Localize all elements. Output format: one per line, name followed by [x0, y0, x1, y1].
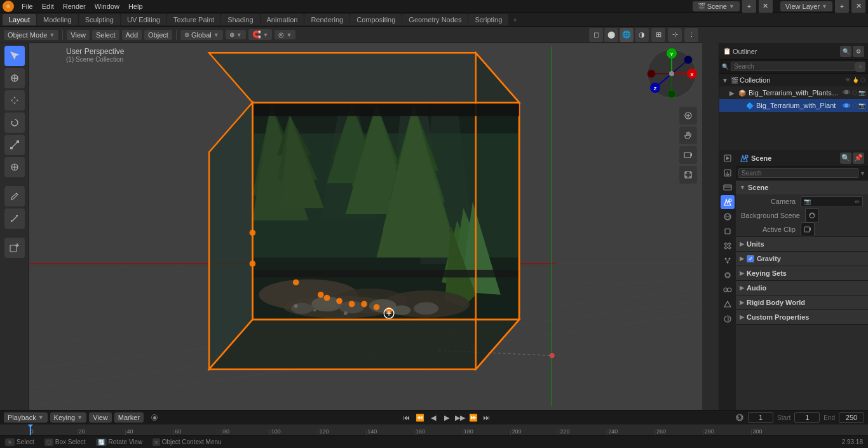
play-forward-fast-btn[interactable]: ▶▶ — [454, 412, 466, 423]
props-filter-btn[interactable]: ▼ — [860, 170, 865, 177]
context-icon[interactable]: ≡ — [153, 438, 159, 446]
options-btn[interactable]: ⋮ — [684, 28, 698, 42]
end-frame-input[interactable]: 250 — [839, 412, 864, 423]
material-mode-btn[interactable]: ◑ — [635, 28, 649, 42]
marker-menu-btn[interactable]: Marker — [114, 412, 144, 423]
tab-uv-editing[interactable]: UV Editing — [121, 14, 166, 25]
outliner-item-terrarium-child[interactable]: 🔷 Big_Terrarium_with_Plant ⬡ 📷 — [719, 99, 868, 112]
props-search-input[interactable] — [738, 168, 858, 178]
vis-eye-icon[interactable] — [842, 101, 851, 110]
audio-header[interactable]: ▶ Audio — [736, 281, 868, 295]
menu-file[interactable]: File — [18, 1, 37, 11]
pivot-selector[interactable]: ⊛ ▼ — [226, 30, 246, 39]
gravity-checkbox[interactable]: ✓ — [747, 255, 754, 262]
timeline-dot-btn[interactable] — [151, 414, 158, 421]
gravity-header[interactable]: ▶ ✓ Gravity — [736, 252, 868, 266]
playback-menu-btn[interactable]: Playback ▼ — [4, 412, 48, 423]
camera-edit-icon[interactable]: ✏ — [855, 198, 860, 205]
scene-section-header[interactable]: ▼ Scene — [736, 180, 868, 194]
menu-window[interactable]: Window — [91, 1, 123, 11]
cursor-tool[interactable] — [4, 68, 25, 88]
camera-value[interactable]: 📷 ✏ — [801, 196, 863, 207]
loop-icon-area[interactable] — [735, 413, 744, 422]
prop-physics-btn[interactable] — [721, 268, 735, 282]
outliner-filter-btn[interactable]: 🔍 — [840, 46, 851, 57]
scene-selector[interactable]: 🎬 Scene ▼ — [693, 1, 740, 11]
tab-scripting[interactable]: Scripting — [468, 14, 508, 25]
gizmo-toggle-btn[interactable]: ⊹ — [668, 28, 682, 42]
play-btn[interactable]: ▶ — [441, 412, 452, 423]
rendered-mode-btn[interactable]: 🌐 — [620, 28, 634, 42]
rotate-icon[interactable]: 🔃 — [96, 438, 107, 446]
camera-view-btn[interactable] — [679, 146, 697, 164]
outliner-item-terrarium-parent[interactable]: ▶ 📦 Big_Terrarium_with_Plants_ar ⬡ 📷 — [719, 86, 868, 99]
keying-menu-btn[interactable]: Keying ▼ — [50, 412, 87, 423]
jump-end-btn[interactable]: ⏭ — [481, 412, 492, 423]
object-mode-selector[interactable]: Object Mode ▼ — [4, 30, 58, 40]
measure-tool[interactable] — [4, 208, 25, 229]
background-scene-selector[interactable] — [805, 208, 819, 222]
transform-selector[interactable]: ⊕ Global ▼ — [180, 30, 223, 40]
tab-add-btn[interactable]: + — [509, 14, 520, 25]
tab-rendering[interactable]: Rendering — [304, 14, 349, 25]
props-pin-btn[interactable]: 📌 — [853, 153, 864, 164]
render-icon-child[interactable]: 📷 — [858, 102, 865, 109]
outliner-icon[interactable]: 📋 — [723, 48, 731, 55]
viewport-3d[interactable]: User Perspective (1) Scene Collection X … — [29, 43, 702, 410]
tab-sculpting[interactable]: Sculpting — [79, 14, 120, 25]
prop-modifier-btn[interactable] — [721, 239, 735, 253]
next-keyframe-btn[interactable]: ⏩ — [468, 412, 479, 423]
outliner-search-input[interactable] — [731, 62, 855, 71]
tab-shading[interactable]: Shading — [221, 14, 259, 25]
current-frame-input[interactable]: 1 — [748, 412, 773, 423]
annotate-tool[interactable] — [4, 186, 25, 207]
prop-output-btn[interactable] — [721, 166, 735, 180]
play-backward-btn[interactable]: ◀ — [428, 412, 439, 423]
object-menu-btn[interactable]: Object — [144, 30, 172, 40]
tab-animation[interactable]: Animation — [261, 14, 304, 25]
timeline-ruler[interactable]: 0 20 40 60 80 100 120 140 160 180 200 22… — [0, 424, 868, 436]
outliner-sel-icon[interactable]: ⬡ — [852, 90, 857, 96]
keying-sets-header[interactable]: ▶ Keying Sets — [736, 266, 868, 280]
proportional-edit-toggle[interactable]: ◎ ▼ — [275, 30, 295, 39]
tab-layout[interactable]: Layout — [3, 14, 36, 25]
rigid-body-header[interactable]: ▶ Rigid Body World — [736, 295, 868, 309]
transform-tool[interactable] — [4, 157, 25, 177]
prev-keyframe-btn[interactable]: ⏪ — [414, 412, 426, 423]
outliner-render-icon[interactable]: 📷 — [858, 90, 865, 96]
overlay-toggle-btn[interactable]: ⊞ — [651, 28, 665, 42]
add-object-tool[interactable] — [4, 238, 25, 258]
menu-help[interactable]: Help — [125, 1, 147, 11]
active-clip-selector[interactable] — [801, 222, 815, 236]
view-menu-timeline-btn[interactable]: View — [89, 412, 112, 423]
select-tool[interactable] — [4, 46, 25, 66]
viewport-gizmo[interactable]: X Y Z — [646, 48, 697, 99]
snap-toggle[interactable]: 🧲 ▼ — [248, 29, 273, 40]
zoom-to-fit-btn[interactable] — [679, 166, 697, 184]
prop-object-data-btn[interactable] — [721, 297, 735, 311]
tab-compositing[interactable]: Compositing — [350, 14, 402, 25]
sel-icon-child[interactable]: ⬡ — [852, 102, 857, 109]
zoom-in-btn[interactable] — [679, 107, 697, 125]
prop-material-btn[interactable] — [721, 312, 735, 326]
jump-start-btn[interactable]: ⏮ — [401, 412, 412, 423]
outliner-filter-icon[interactable]: ≡ — [855, 62, 865, 72]
units-header[interactable]: ▶ Units — [736, 237, 868, 251]
props-search-btn[interactable]: 🔍 — [840, 153, 851, 164]
prop-particles-btn[interactable] — [721, 254, 735, 268]
view-layer-selector[interactable]: View Layer ▼ — [780, 1, 832, 11]
box-select-icon[interactable]: ⬡ — [44, 438, 53, 446]
prop-object-btn[interactable] — [721, 224, 735, 238]
prop-render-btn[interactable] — [721, 151, 735, 165]
scene-collection-row[interactable]: ▼ 🎬 Collection 👁 🖕 ⬡ — [719, 74, 868, 86]
scale-tool[interactable] — [4, 135, 25, 155]
view-layer-add-btn[interactable]: + — [835, 0, 849, 13]
view-menu-btn[interactable]: View — [67, 30, 90, 40]
scene-remove-btn[interactable]: ✕ — [759, 0, 773, 13]
tab-geometry-nodes[interactable]: Geometry Nodes — [402, 14, 468, 25]
select-icon[interactable]: 🖱 — [5, 438, 15, 446]
outliner-vis-icon[interactable] — [842, 88, 851, 98]
menu-edit[interactable]: Edit — [38, 1, 58, 11]
outliner-options-btn[interactable]: ⚙ — [853, 46, 864, 57]
prop-world-btn[interactable] — [721, 210, 735, 224]
